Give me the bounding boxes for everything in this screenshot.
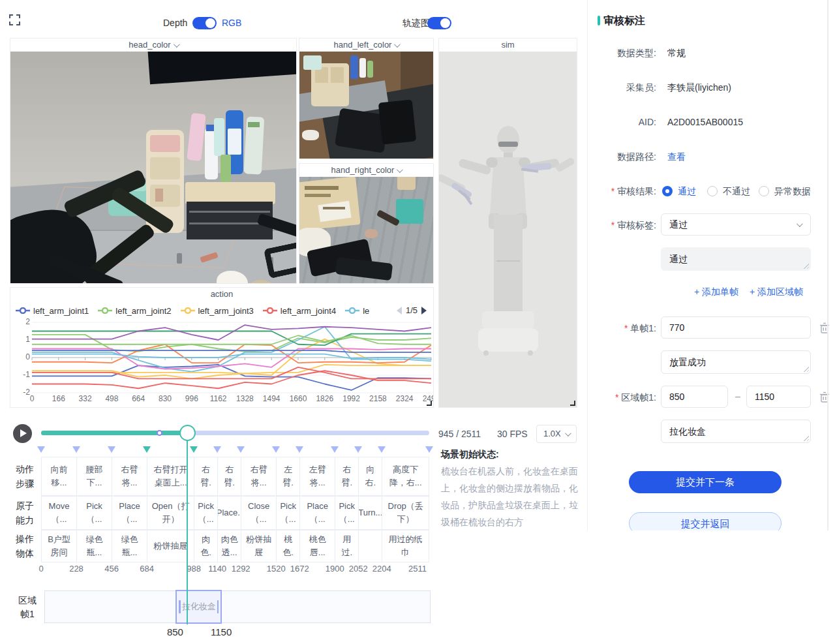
operated-object-cell[interactable]: 肉色. bbox=[194, 530, 217, 562]
action-step-cell[interactable]: 腰部下... bbox=[76, 457, 112, 496]
radio-fail[interactable] bbox=[707, 186, 718, 196]
action-step-cell[interactable]: 右臂. bbox=[194, 457, 217, 496]
trajectory-toggle[interactable] bbox=[427, 17, 451, 29]
action-step-cell[interactable]: 左臂. bbox=[276, 457, 299, 496]
tag-note-textarea[interactable]: 通过 bbox=[661, 247, 811, 271]
radio-pass-label[interactable]: 通过 bbox=[678, 186, 696, 198]
timeline-marker[interactable] bbox=[425, 446, 433, 453]
operated-object-cell[interactable]: 粉饼抽屉 bbox=[241, 530, 276, 562]
textarea-grip-icon[interactable] bbox=[803, 366, 809, 372]
speed-select[interactable]: 1.0X bbox=[536, 425, 577, 443]
timeline-marker[interactable] bbox=[72, 446, 80, 453]
action-step-cell[interactable]: 高度下降，右... bbox=[382, 457, 429, 496]
action-step-cell[interactable]: 向右. bbox=[358, 457, 382, 496]
operated-object-cell[interactable]: 桃色. bbox=[276, 530, 299, 562]
data-path-link[interactable]: 查看 bbox=[667, 151, 686, 163]
action-step-cell[interactable]: 右臂. bbox=[335, 457, 358, 496]
slider-handle[interactable] bbox=[179, 425, 196, 441]
atomic-ability-cell[interactable]: Pick（... bbox=[335, 496, 358, 530]
atomic-ability-cell[interactable]: Place.. bbox=[217, 496, 241, 530]
legend-item-left_arm_joint1[interactable]: left_arm_joint1 bbox=[16, 306, 89, 316]
legend-prev-icon[interactable] bbox=[397, 307, 402, 314]
resize-corner-icon[interactable] bbox=[427, 401, 432, 406]
radio-pass[interactable] bbox=[662, 186, 673, 196]
range-dash: – bbox=[735, 391, 740, 401]
timeline-marker[interactable] bbox=[378, 446, 386, 453]
region-handle-left[interactable] bbox=[179, 600, 181, 613]
operated-object-cell[interactable]: 绿色瓶... bbox=[76, 530, 112, 562]
timeline-marker[interactable] bbox=[272, 446, 280, 453]
atomic-ability-cell[interactable]: Place（... bbox=[299, 496, 335, 530]
hand-right-header[interactable]: hand_right_color bbox=[299, 164, 433, 177]
operated-object-cell[interactable] bbox=[358, 530, 382, 562]
atomic-ability-cell[interactable]: Close（... bbox=[241, 496, 276, 530]
timeline-slider[interactable] bbox=[41, 431, 429, 435]
region-handle-right[interactable] bbox=[217, 600, 219, 613]
action-step-cell[interactable]: 左臂将... bbox=[299, 457, 335, 496]
frame-counter: 945 / 2511 bbox=[438, 429, 481, 439]
radio-fail-label[interactable]: 不通过 bbox=[723, 186, 750, 198]
timeline-marker[interactable] bbox=[237, 446, 245, 453]
scrollbar[interactable] bbox=[827, 0, 828, 530]
single-frame-note[interactable]: 放置成功 bbox=[661, 350, 811, 374]
atomic-ability-cell[interactable]: Pick（... bbox=[76, 496, 112, 530]
region-block[interactable]: 拉化妆盒 bbox=[175, 590, 222, 624]
action-step-row: 向前移...腰部下...右臂将...右臂打开桌面上...右臂.右臂.右臂将...… bbox=[0, 457, 431, 496]
add-single-frame-link[interactable]: + 添加单帧 bbox=[694, 286, 738, 298]
operated-object-cell[interactable]: 用过. bbox=[335, 530, 358, 562]
legend-marker-icon bbox=[181, 307, 195, 314]
region-track[interactable]: 拉化妆盒 bbox=[44, 590, 431, 623]
operated-object-cell[interactable]: B户型房间 bbox=[41, 530, 76, 562]
region-frame-note[interactable]: 拉化妆盒 bbox=[661, 420, 811, 443]
depth-rgb-toggle[interactable] bbox=[192, 17, 217, 29]
steps-axis-label: 2511 bbox=[403, 564, 432, 574]
legend-item-left_arm_joint2[interactable]: left_arm_joint2 bbox=[98, 306, 171, 316]
head-color-header[interactable]: head_color bbox=[10, 38, 296, 52]
single-frame-input[interactable]: 770 bbox=[661, 316, 811, 339]
resize-corner-icon[interactable] bbox=[570, 401, 575, 406]
timeline-marker[interactable] bbox=[108, 446, 115, 453]
operated-object-cell[interactable]: 桃色唇... bbox=[299, 530, 335, 562]
timeline-marker[interactable] bbox=[213, 446, 221, 453]
radio-abnormal[interactable] bbox=[759, 186, 769, 196]
action-step-cell[interactable]: 右臂将... bbox=[112, 457, 147, 496]
chart-plot[interactable]: 210-1-2016633249866483099611621328149416… bbox=[10, 317, 434, 408]
radio-abnormal-label[interactable]: 异常数据 bbox=[774, 186, 811, 198]
operated-object-cell[interactable]: 肉色透... bbox=[217, 530, 241, 562]
timeline-marker[interactable] bbox=[143, 446, 151, 453]
timeline-marker[interactable] bbox=[190, 446, 198, 453]
head-color-video bbox=[10, 52, 296, 283]
textarea-grip-icon[interactable] bbox=[803, 435, 809, 441]
add-region-frame-link[interactable]: + 添加区域帧 bbox=[750, 286, 803, 298]
textarea-grip-icon[interactable] bbox=[803, 263, 809, 269]
atomic-ability-cell[interactable]: Pick（... bbox=[194, 496, 217, 530]
action-step-cell[interactable]: 右臂将... bbox=[241, 457, 276, 496]
submit-next-button[interactable]: 提交并下一条 bbox=[629, 471, 782, 493]
legend-item-le[interactable]: le bbox=[345, 306, 369, 316]
atomic-ability-cell[interactable]: Place（... bbox=[112, 496, 147, 530]
operated-object-cell[interactable]: 用过的纸巾 bbox=[382, 530, 429, 562]
hand-left-header[interactable]: hand_left_color bbox=[299, 38, 433, 52]
operated-object-cell[interactable]: 绿色瓶... bbox=[112, 530, 147, 562]
timeline-marker[interactable] bbox=[354, 446, 362, 453]
legend-next-icon[interactable] bbox=[421, 307, 427, 314]
timeline-marker[interactable] bbox=[331, 446, 339, 453]
timeline-marker[interactable] bbox=[296, 446, 303, 453]
region-end-input[interactable]: 1150 bbox=[746, 386, 811, 408]
action-step-cell[interactable]: 向前移... bbox=[41, 457, 76, 496]
aid-value: A2D0015AB00015 bbox=[667, 117, 743, 127]
action-step-cell[interactable]: 右臂. bbox=[217, 457, 241, 496]
play-button[interactable] bbox=[13, 424, 32, 443]
region-start-input[interactable]: 850 bbox=[661, 386, 728, 408]
atomic-ability-cell[interactable]: Drop（丢下） bbox=[382, 496, 429, 530]
steps-axis-label: 1292 bbox=[226, 564, 255, 574]
submit-return-button[interactable]: 提交并返回 bbox=[629, 512, 782, 530]
tag-select[interactable]: 通过 bbox=[661, 213, 811, 236]
atomic-ability-cell[interactable]: Pick（... bbox=[276, 496, 299, 530]
atomic-ability-cell[interactable]: Turn... bbox=[358, 496, 382, 530]
legend-item-left_arm_joint3[interactable]: left_arm_joint3 bbox=[181, 306, 254, 316]
legend-item-left_arm_joint4[interactable]: left_arm_joint4 bbox=[263, 306, 336, 316]
fullscreen-icon[interactable] bbox=[9, 14, 20, 25]
timeline-marker[interactable] bbox=[37, 446, 45, 453]
atomic-ability-cell[interactable]: Move（... bbox=[41, 496, 76, 530]
